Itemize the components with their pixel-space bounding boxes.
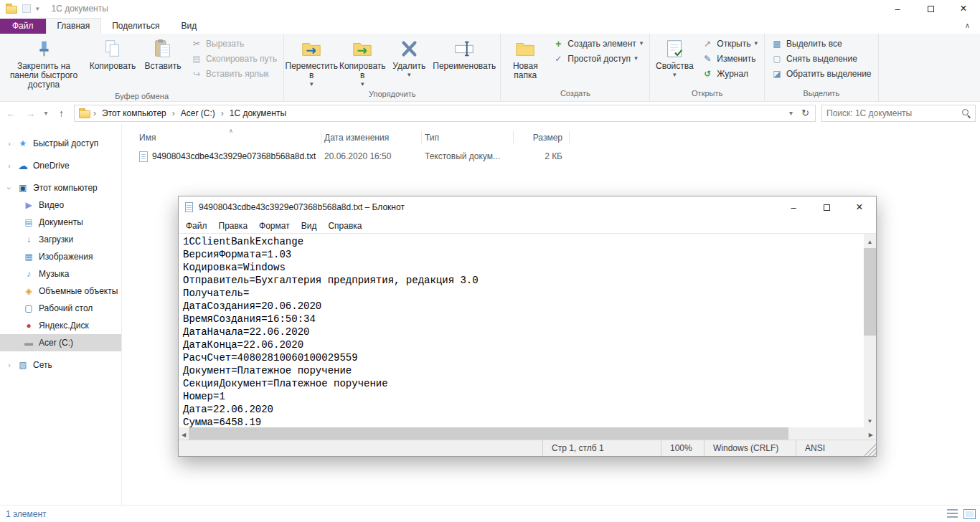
paste-label: Вставить (145, 62, 182, 71)
notepad-close-button[interactable] (843, 196, 876, 218)
customize-quick-access-icon[interactable] (36, 6, 39, 12)
open-button[interactable]: Открыть (697, 36, 762, 51)
notepad-body: 1CClientBankExchangeВерсияФормата=1.03Ко… (179, 233, 876, 427)
explorer-folder-icon (6, 6, 17, 14)
notepad-titlebar[interactable]: 94908043cdbe43c3929e07368b568a8d.txt – Б… (179, 196, 876, 218)
tab-home[interactable]: Главная (46, 18, 102, 34)
breadcrumb-item[interactable]: Этот компьютер (98, 107, 171, 120)
paste-shortcut-button[interactable]: Вставить ярлык (187, 66, 281, 81)
edit-button[interactable]: Изменить (697, 51, 762, 66)
vertical-scrollbar-thumb[interactable] (864, 248, 876, 336)
move-to-button[interactable]: Переместить в (286, 35, 336, 88)
up-button[interactable] (52, 105, 71, 122)
menu-item[interactable]: Вид (296, 219, 323, 232)
select-all-button[interactable]: Выделить все (767, 36, 876, 51)
back-button[interactable] (1, 105, 21, 122)
expander-icon[interactable] (6, 162, 13, 170)
rename-button[interactable]: Переименовать (430, 35, 498, 88)
menu-item[interactable]: Формат (253, 219, 296, 232)
new-item-button[interactable]: Создать элемент (548, 36, 647, 51)
address-bar[interactable]: Этот компьютер Acer (C:) 1С документы (74, 105, 816, 122)
copy-path-icon (191, 53, 202, 65)
copy-to-button[interactable]: Копировать в (337, 35, 387, 88)
sidebar-item[interactable]: Сеть (0, 356, 121, 374)
column-header-name[interactable]: Имя (136, 128, 321, 147)
file-row[interactable]: 94908043cdbe43c3929e07368b568a8d.txt 20.… (136, 148, 980, 164)
details-view-button[interactable] (947, 509, 958, 518)
resize-grip[interactable] (864, 440, 876, 456)
quick-access-button-1[interactable] (22, 4, 31, 13)
address-dropdown-icon[interactable] (786, 110, 796, 117)
sidebar-item[interactable]: Загрузки (0, 231, 121, 248)
sidebar-item[interactable]: Объемные объекты (0, 283, 121, 300)
column-header-modified[interactable]: Дата изменения (321, 128, 422, 147)
scroll-down-icon[interactable] (867, 413, 873, 427)
column-header-type[interactable]: Тип (422, 128, 514, 147)
history-button[interactable]: Журнал (697, 66, 762, 81)
search-input[interactable] (822, 108, 961, 118)
maximize-button[interactable] (914, 0, 947, 17)
notepad-text-area[interactable]: 1CClientBankExchangeВерсияФормата=1.03Ко… (179, 234, 864, 427)
sidebar-item[interactable]: OneDrive (0, 157, 121, 174)
select-none-button[interactable]: Снять выделение (767, 51, 876, 66)
search-icon[interactable] (961, 108, 972, 119)
recent-locations-icon[interactable] (40, 105, 52, 122)
copy-path-button[interactable]: Скопировать путь (187, 51, 281, 66)
breadcrumb-item[interactable]: 1С документы (225, 107, 291, 120)
move-to-dropdown-icon (310, 81, 314, 87)
sidebar-item[interactable]: Этот компьютер (0, 179, 121, 196)
pin-to-quick-access-button[interactable]: Закрепить на панели быстрого доступа (2, 35, 85, 90)
notepad-minimize-button[interactable] (777, 196, 810, 218)
paste-button[interactable]: Вставить (140, 35, 186, 90)
minimize-icon (895, 4, 900, 14)
copy-button[interactable]: Копировать (86, 35, 139, 90)
forward-button[interactable] (21, 105, 40, 122)
menu-item[interactable]: Правка (213, 219, 254, 232)
sidebar-item[interactable]: Рабочий стол (0, 300, 121, 317)
horizontal-scrollbar-thumb[interactable] (189, 427, 788, 440)
copy-icon (101, 37, 124, 60)
sidebar-item[interactable]: Яндекс.Диск (0, 317, 121, 334)
sidebar-item-label: Acer (C:) (39, 338, 73, 348)
expander-icon[interactable] (6, 140, 13, 148)
sidebar-item[interactable]: Изображения (0, 248, 121, 265)
scroll-right-icon[interactable] (866, 430, 876, 438)
sidebar-item[interactable]: Acer (C:) (0, 334, 121, 351)
breadcrumb-item[interactable]: Acer (C:) (176, 107, 220, 120)
column-separator[interactable] (569, 131, 570, 144)
menu-item[interactable]: Справка (322, 219, 367, 232)
horizontal-scrollbar[interactable] (179, 427, 876, 440)
column-header-modified-label: Дата изменения (324, 133, 389, 143)
menu-item[interactable]: Файл (180, 219, 213, 232)
cut-button[interactable]: Вырезать (187, 36, 281, 51)
close-button[interactable] (947, 0, 980, 17)
rename-icon (453, 37, 476, 60)
collapse-ribbon-icon[interactable] (965, 21, 970, 29)
scroll-left-icon[interactable] (179, 430, 189, 438)
refresh-icon[interactable] (798, 108, 812, 118)
sidebar-item[interactable]: Документы (0, 214, 121, 231)
tab-view[interactable]: Вид (170, 19, 207, 34)
select-all-label: Выделить все (786, 39, 842, 49)
large-icons-view-button[interactable] (963, 509, 976, 519)
delete-button[interactable]: Удалить (388, 35, 430, 88)
sidebar-item[interactable]: Музыка (0, 265, 121, 283)
expander-icon[interactable] (6, 184, 13, 192)
tab-file[interactable]: Файл (0, 19, 46, 34)
tab-share[interactable]: Поделиться (101, 19, 170, 34)
sidebar-item[interactable]: Быстрый доступ (0, 135, 121, 152)
scroll-up-icon[interactable] (867, 234, 873, 248)
notepad-maximize-button[interactable] (810, 196, 843, 218)
sidebar-item[interactable]: Видео (0, 196, 121, 214)
text-file-icon (139, 151, 148, 162)
invert-selection-button[interactable]: Обратить выделение (767, 66, 876, 81)
minimize-button[interactable] (881, 0, 914, 17)
expander-icon[interactable] (6, 361, 13, 369)
column-header-size[interactable]: Размер (514, 128, 570, 147)
zoom-level[interactable]: 100% (661, 440, 704, 456)
window-title: 1С документы (52, 4, 108, 14)
easy-access-button[interactable]: Простой доступ (548, 51, 647, 66)
properties-button[interactable]: Свойства (652, 35, 697, 87)
vertical-scrollbar[interactable] (864, 234, 876, 427)
new-folder-button[interactable]: Новая папка (503, 35, 547, 87)
